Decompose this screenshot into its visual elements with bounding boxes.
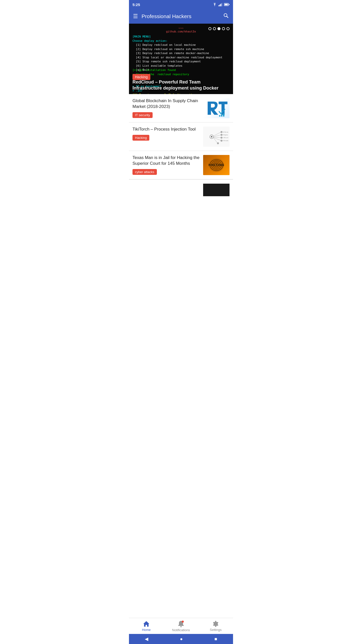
article-title: Global Blockchain In Supply Chain Market… [132, 98, 200, 110]
article-thumbnail [203, 98, 230, 118]
article-thumbnail: 10 File reads 8 Registry key accesses 1 … [203, 127, 230, 147]
svg-text:1 URL access: 1 URL access [223, 137, 228, 138]
article-thumbnail: HACKING [203, 155, 230, 175]
fingerprint-icon: HACKING [205, 155, 228, 175]
svg-rect-11 [223, 113, 224, 116]
svg-rect-9 [219, 115, 220, 116]
article-badge: IT security [132, 112, 153, 118]
article-title: Texas Man is in Jail for Hacking the Sup… [132, 155, 200, 167]
svg-line-18 [213, 138, 217, 143]
svg-point-20 [220, 134, 222, 136]
hero-title[interactable]: RedCloud – Powerful Red Team Infrastruct… [132, 79, 230, 91]
rt-logo-thumb [203, 98, 230, 118]
svg-rect-5 [224, 4, 228, 5]
article-badge: cyber attacks [132, 169, 157, 175]
network-diagram-icon: 10 File reads 8 Registry key accesses 1 … [204, 128, 228, 145]
hero-pagination [208, 27, 230, 30]
svg-line-14 [213, 132, 221, 136]
list-item[interactable]: Texas Man is in Jail for Hacking the Sup… [129, 151, 233, 179]
list-item-partial [129, 179, 233, 196]
svg-line-17 [213, 138, 221, 140]
hero-section[interactable]: ~~~github.com/khast3x [MAIN MENU] Choose… [129, 24, 233, 94]
svg-point-22 [220, 140, 222, 142]
article-title: TikiTorch – Process Injection Tool [132, 127, 200, 132]
svg-text:8 Registry key accesses: 8 Registry key accesses [223, 134, 228, 136]
signal-icon [218, 3, 222, 6]
search-icon [223, 13, 229, 19]
status-time: 5:25 [132, 3, 140, 7]
svg-point-19 [220, 131, 222, 133]
svg-rect-0 [218, 5, 219, 6]
app-title: Professional Hackers [142, 13, 223, 19]
svg-rect-6 [229, 4, 230, 5]
network-thumb: 10 File reads 8 Registry key accesses 1 … [203, 127, 230, 147]
article-badge: Hacking [132, 135, 149, 141]
svg-rect-10 [221, 114, 222, 117]
svg-line-16 [213, 137, 221, 138]
article-content: TikiTorch – Process Injection Tool Hacki… [132, 127, 200, 141]
battery-icon [224, 3, 230, 6]
status-icons [212, 3, 230, 6]
menu-button[interactable]: ☰ [133, 13, 138, 20]
wifi-icon [212, 3, 217, 6]
svg-text:10 File reads: 10 File reads [223, 132, 228, 133]
dot-1[interactable] [208, 27, 211, 30]
svg-point-23 [217, 142, 219, 144]
list-item[interactable]: TikiTorch – Process Injection Tool Hacki… [129, 123, 233, 151]
search-button[interactable] [223, 13, 229, 20]
svg-line-8 [227, 16, 228, 18]
status-bar: 5:25 [129, 0, 233, 9]
dot-5[interactable] [227, 27, 230, 30]
dot-2[interactable] [213, 27, 216, 30]
svg-text:HACKING: HACKING [208, 163, 224, 167]
dot-3[interactable] [217, 27, 220, 30]
article-content: Texas Man is in Jail for Hacking the Sup… [132, 155, 200, 175]
partial-thumbnail [203, 184, 230, 196]
svg-text:4 File writes: 4 File writes [223, 140, 228, 141]
svg-point-21 [220, 137, 222, 138]
rt-logo-icon [205, 99, 228, 117]
svg-rect-2 [220, 4, 221, 6]
svg-point-13 [211, 136, 212, 138]
article-content: Global Blockchain In Supply Chain Market… [132, 98, 200, 118]
dot-4[interactable] [222, 27, 225, 30]
hacking-thumb: HACKING [203, 155, 230, 175]
article-list: Global Blockchain In Supply Chain Market… [129, 94, 233, 196]
svg-rect-1 [219, 5, 220, 6]
svg-rect-3 [221, 3, 222, 6]
list-item[interactable]: Global Blockchain In Supply Chain Market… [129, 94, 233, 123]
app-bar: ☰ Professional Hackers [129, 9, 233, 24]
svg-line-15 [213, 135, 221, 137]
